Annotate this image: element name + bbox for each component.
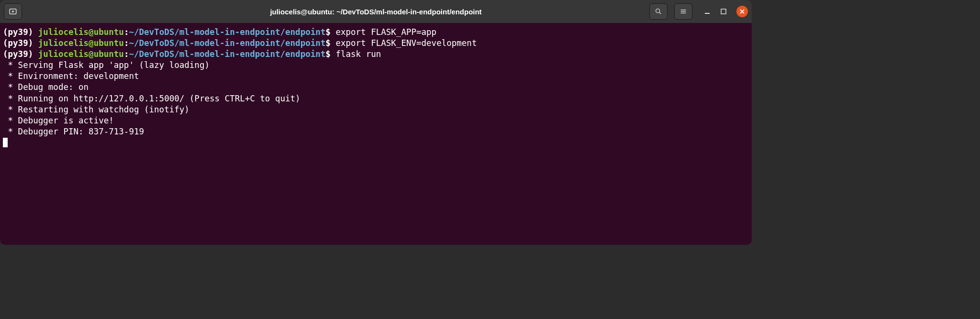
close-icon — [739, 9, 745, 14]
terminal-line: (py39) juliocelis@ubuntu:~/DevToDS/ml-mo… — [3, 38, 749, 49]
search-icon — [655, 8, 662, 15]
output-text: * Debug mode: on — [3, 82, 89, 92]
terminal-window: juliocelis@ubuntu: ~/DevToDS/ml-model-in… — [0, 0, 752, 245]
maximize-icon — [720, 8, 727, 15]
command-text: export FLASK_APP=app — [331, 27, 436, 37]
command-text: flask run — [331, 49, 381, 59]
cursor-line — [3, 137, 749, 148]
svg-point-3 — [656, 9, 660, 13]
prompt-userhost: juliocelis@ubuntu — [38, 27, 124, 37]
prompt-userhost: juliocelis@ubuntu — [38, 49, 124, 59]
prompt-colon: : — [124, 38, 129, 48]
prompt-env: (py39) — [3, 49, 38, 59]
prompt-env: (py39) — [3, 27, 38, 37]
output-text: * Restarting with watchdog (inotify) — [3, 105, 189, 114]
maximize-button[interactable] — [720, 8, 727, 15]
search-button[interactable] — [649, 3, 668, 20]
new-tab-icon — [9, 7, 17, 16]
prompt-path: ~/DevToDS/ml-model-in-endpoint/endpoint — [129, 38, 325, 48]
new-tab-button[interactable] — [4, 3, 22, 20]
prompt-colon: : — [124, 27, 129, 37]
terminal-line: * Debug mode: on — [3, 82, 749, 93]
output-text: * Environment: development — [3, 71, 139, 81]
terminal-line: (py39) juliocelis@ubuntu:~/DevToDS/ml-mo… — [3, 49, 749, 60]
svg-rect-9 — [721, 9, 726, 14]
terminal-line: (py39) juliocelis@ubuntu:~/DevToDS/ml-mo… — [3, 27, 749, 38]
minimize-button[interactable] — [704, 8, 711, 15]
terminal-line: * Restarting with watchdog (inotify) — [3, 104, 749, 115]
svg-line-4 — [659, 12, 661, 14]
terminal-line: * Debugger PIN: 837-713-919 — [3, 126, 749, 137]
prompt-colon: : — [124, 49, 129, 59]
output-text: * Serving Flask app 'app' (lazy loading) — [3, 60, 210, 70]
menu-button[interactable] — [674, 3, 692, 20]
output-text: * Running on http://127.0.0.1:5000/ (Pre… — [3, 94, 301, 103]
command-text: export FLASK_ENV=development — [331, 38, 477, 48]
prompt-dollar: $ — [325, 49, 331, 59]
prompt-env: (py39) — [3, 38, 38, 48]
terminal-line: * Debugger is active! — [3, 115, 749, 126]
window-controls — [704, 6, 748, 17]
prompt-path: ~/DevToDS/ml-model-in-endpoint/endpoint — [129, 27, 325, 37]
terminal-line: * Environment: development — [3, 71, 749, 82]
prompt-dollar: $ — [325, 27, 331, 37]
hamburger-icon — [679, 8, 687, 15]
terminal-line: * Running on http://127.0.0.1:5000/ (Pre… — [3, 93, 749, 104]
terminal-line: * Serving Flask app 'app' (lazy loading) — [3, 60, 749, 71]
output-text: * Debugger is active! — [3, 116, 114, 125]
window-title: juliocelis@ubuntu: ~/DevToDS/ml-model-in… — [270, 8, 481, 16]
titlebar-left — [4, 3, 22, 20]
titlebar-right — [649, 3, 748, 20]
prompt-dollar: $ — [325, 38, 331, 48]
titlebar: juliocelis@ubuntu: ~/DevToDS/ml-model-in… — [0, 0, 752, 23]
minimize-icon — [704, 8, 711, 15]
prompt-userhost: juliocelis@ubuntu — [38, 38, 124, 48]
prompt-path: ~/DevToDS/ml-model-in-endpoint/endpoint — [129, 49, 325, 59]
close-button[interactable] — [736, 6, 748, 17]
output-text: * Debugger PIN: 837-713-919 — [3, 127, 144, 136]
terminal-body[interactable]: (py39) juliocelis@ubuntu:~/DevToDS/ml-mo… — [0, 23, 752, 245]
cursor — [3, 138, 8, 147]
